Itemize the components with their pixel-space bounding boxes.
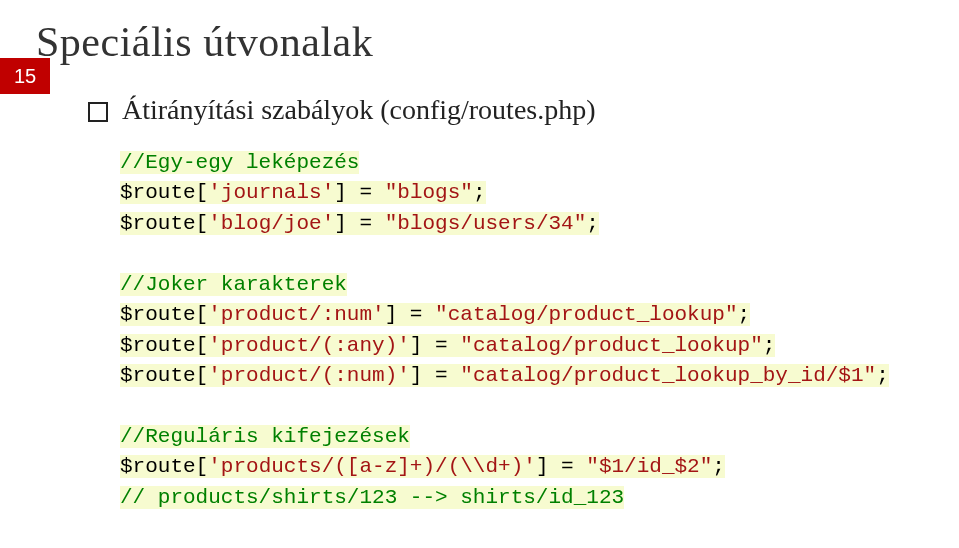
slide: 15 Speciális útvonalak Átirányítási szab… xyxy=(0,0,959,548)
code-comment: //Reguláris kifejezések xyxy=(120,425,410,448)
code-string: "catalog/product_lookup" xyxy=(460,334,762,357)
code-string: "blogs/users/34" xyxy=(385,212,587,235)
page-number-badge: 15 xyxy=(0,58,50,94)
code-comment: //Joker karakterek xyxy=(120,273,347,296)
code-string: 'products/([a-z]+)/(\\d+)' xyxy=(208,455,536,478)
slide-content: Átirányítási szabályok (config/routes.ph… xyxy=(88,94,923,513)
code-token: ] = xyxy=(334,181,384,204)
slide-title: Speciális útvonalak xyxy=(36,18,923,66)
code-token: ; xyxy=(876,364,889,387)
code-token: ; xyxy=(586,212,599,235)
code-token: $route[ xyxy=(120,212,208,235)
code-token: ; xyxy=(738,303,751,326)
code-string: 'product/(:any)' xyxy=(208,334,410,357)
code-token: $route[ xyxy=(120,455,208,478)
code-token: $route[ xyxy=(120,364,208,387)
code-token: ] = xyxy=(536,455,586,478)
code-token: $route[ xyxy=(120,303,208,326)
code-string: "catalog/product_lookup" xyxy=(435,303,737,326)
code-token: ; xyxy=(712,455,725,478)
code-comment: //Egy-egy leképezés xyxy=(120,151,359,174)
code-token: ; xyxy=(763,334,776,357)
bullet-box-icon xyxy=(88,102,108,122)
code-comment: // products/shirts/123 --> shirts/id_123 xyxy=(120,486,624,509)
code-token: $route[ xyxy=(120,181,208,204)
code-string: "catalog/product_lookup_by_id/$1" xyxy=(460,364,876,387)
code-token: ] = xyxy=(334,212,384,235)
code-block: //Egy-egy leképezés $route['journals'] =… xyxy=(120,148,923,513)
code-string: "blogs" xyxy=(385,181,473,204)
code-token: ; xyxy=(473,181,486,204)
code-string: 'blog/joe' xyxy=(208,212,334,235)
code-token: ] = xyxy=(410,334,460,357)
code-string: "$1/id_$2" xyxy=(586,455,712,478)
code-string: 'journals' xyxy=(208,181,334,204)
code-string: 'product/:num' xyxy=(208,303,384,326)
code-token: ] = xyxy=(410,364,460,387)
bullet-item: Átirányítási szabályok (config/routes.ph… xyxy=(88,94,923,126)
code-string: 'product/(:num)' xyxy=(208,364,410,387)
code-token: ] = xyxy=(385,303,435,326)
code-token: $route[ xyxy=(120,334,208,357)
bullet-text: Átirányítási szabályok (config/routes.ph… xyxy=(122,94,596,126)
